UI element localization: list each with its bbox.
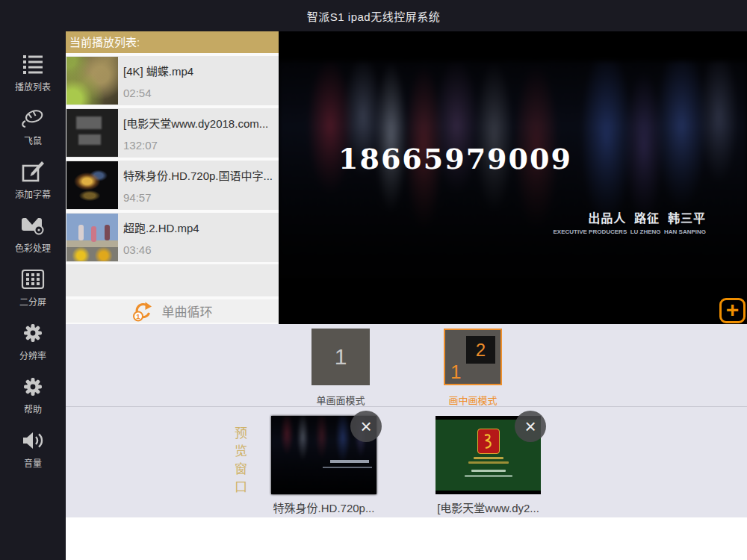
sidebar-item-label: 二分屏 [19,295,46,308]
loop-badge: 1 [136,312,140,320]
playlist-icon [21,52,45,77]
video-title: [4K] 蝴蝶.mp4 [123,63,193,78]
sidebar-item-label: 播放列表 [15,80,51,93]
display-mode-strip: 1 单画面模式 1 2 画中画模式 [66,324,747,406]
mode-option-single[interactable]: 1 单画面模式 [311,329,370,385]
pip-mode-preview-box: 1 2 [444,329,502,385]
loop-mode-control[interactable]: 1 单曲循环 [66,299,279,323]
pip-mode-label: 画中画模式 [413,393,533,407]
sidebar-item-volume[interactable]: 音量 [0,421,66,475]
video-duration: 02:54 [123,87,193,99]
dragon-logo [477,429,500,454]
screen-mirror-area: 18665979009 出品人 路征 韩三平 EXECUTIVE PRODUCE… [279,31,747,324]
volume-icon [21,428,45,453]
playlist-header: 当前播放列表: [66,31,279,53]
playlist-item[interactable]: 特殊身份.HD.720p.国语中字... 94:57 [66,161,279,210]
preview-window: × 特殊身份.HD.720p... [271,416,376,515]
video-watermark-phone: 18665979009 [338,142,572,175]
single-mode-badge: 1 [311,329,370,385]
sidebar-item-label: 音量 [24,456,42,469]
mouse-icon [19,105,46,131]
split-screen-grid-icon [21,267,45,292]
gear-icon [22,374,44,399]
video-credits: 出品人 路征 韩三平 EXECUTIVE PRODUCERS LU ZHENG … [554,208,706,235]
mode-option-pip[interactable]: 1 2 画中画模式 [444,329,502,385]
video-title: 特殊身份.HD.720p.国语中字... [123,167,273,183]
pip-inset-box: 2 [466,336,495,364]
sidebar-item-label: 分辨率 [19,349,46,361]
preview-window: × [电影天堂www.dy2... [436,416,541,515]
sidebar-item-playlist[interactable]: 播放列表 [0,45,66,99]
preview-section-label: 预览窗口 [230,426,249,498]
preview-thumbnail[interactable]: × [436,416,541,494]
pip-main-badge: 1 [450,361,461,384]
playlist-item[interactable]: [4K] 蝴蝶.mp4 02:54 [66,56,279,105]
close-icon[interactable]: × [350,411,382,442]
video-thumbnail [66,161,118,209]
preview-windows-strip: 预览窗口 × 特殊身份.HD.720p... [66,406,747,517]
video-duration: 132:07 [123,139,268,152]
pip-inset-badge: 2 [476,340,486,361]
sidebar-item-color-process[interactable]: 色彩处理 [0,206,66,260]
app-window: 智派S1 ipad无线控屏系统 播放列表 [0,0,747,560]
gear-icon [22,320,44,346]
single-loop-icon: 1 [132,301,153,322]
sidebar-item-add-subtitle[interactable]: 添加字幕 [0,152,66,206]
color-image-icon [20,213,46,238]
close-icon[interactable]: × [515,411,546,442]
sidebar-item-split-screen[interactable]: 二分屏 [0,260,66,314]
video-duration: 94:57 [123,191,273,204]
credits-chinese: 出品人 路征 韩三平 [554,208,706,226]
credits-english: EXECUTIVE PRODUCERS LU ZHENG HAN SANPING [554,228,706,235]
playlist-panel: 当前播放列表: [4K] 蝴蝶.mp4 02:54 [电影天堂www.dy201… [66,31,279,324]
video-thumbnail [66,57,118,105]
playlist-empty-area [66,264,279,296]
sidebar-item-air-mouse[interactable]: 飞鼠 [0,99,66,152]
sidebar-item-label: 帮助 [24,402,42,415]
sidebar-item-resolution[interactable]: 分辨率 [0,314,66,367]
preview-caption: 特殊身份.HD.720p... [271,500,376,515]
video-thumbnail [66,214,118,261]
add-window-button[interactable]: + [719,298,746,323]
sidebar-item-help[interactable]: 帮助 [0,367,66,421]
preview-thumbnail[interactable]: × [271,416,376,494]
playlist-item[interactable]: 超跑.2.HD.mp4 03:46 [66,213,279,262]
sidebar-item-label: 飞鼠 [24,134,42,146]
single-mode-preview-box: 1 [311,329,370,385]
video-duration: 03:46 [123,243,199,256]
video-thumbnail [66,109,118,157]
sidebar: 播放列表 飞鼠 添加 [0,31,66,560]
preview-caption: [电影天堂www.dy2... [436,500,541,515]
edit-icon [21,159,45,184]
single-mode-label: 单画面模式 [281,393,400,407]
sidebar-item-label: 色彩处理 [15,241,51,254]
loop-mode-label: 单曲循环 [162,302,213,320]
page-title: 智派S1 ipad无线控屏系统 [307,8,440,24]
video-title: [电影天堂www.dy2018.com... [123,115,268,131]
playlist-item[interactable]: [电影天堂www.dy2018.com... 132:07 [66,108,279,158]
sidebar-item-label: 添加字幕 [15,187,51,200]
video-title: 超跑.2.HD.mp4 [123,220,199,235]
title-bar: 智派S1 ipad无线控屏系统 [0,0,747,31]
